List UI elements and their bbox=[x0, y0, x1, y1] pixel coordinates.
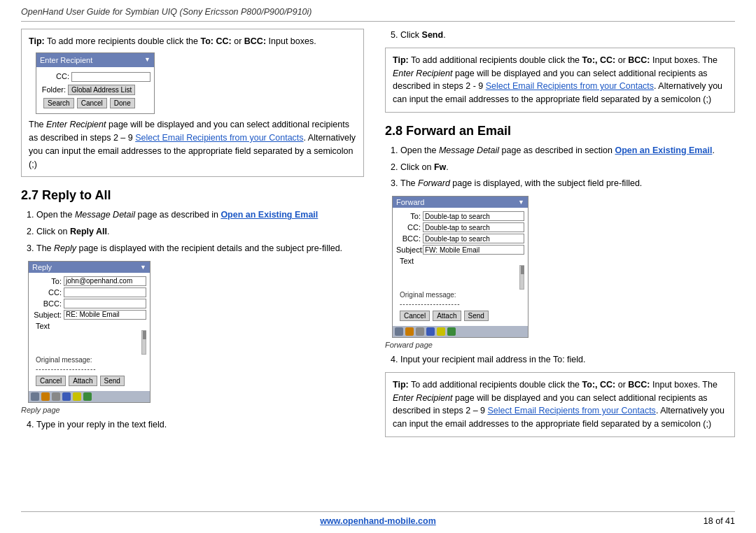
forward-bcc-input[interactable]: Double-tap to search bbox=[423, 234, 524, 243]
item1-mid: page as described in bbox=[138, 210, 221, 220]
dropdown-arrow-icon: ▼ bbox=[144, 55, 150, 65]
reply-cc-label: CC: bbox=[32, 288, 64, 297]
forward-text-label: Text bbox=[396, 256, 524, 265]
reply-caption: Reply page bbox=[21, 406, 364, 414]
left-tip-para1: Tip: To add more recipients double click… bbox=[29, 35, 356, 48]
reply-attach-button[interactable]: Attach bbox=[69, 376, 97, 386]
left-column: Tip: To add more recipients double click… bbox=[21, 29, 364, 444]
item1-pre: Open the bbox=[36, 210, 75, 220]
section-28-title: Forward an Email bbox=[406, 124, 511, 138]
reply-bcc-input[interactable] bbox=[64, 299, 146, 308]
tip-bold1: To: CC: bbox=[201, 36, 232, 46]
reply-text-area-container bbox=[32, 330, 146, 355]
right-column: Click Send. Tip: To add additional recip… bbox=[385, 29, 735, 444]
list-item-2: Click on Reply All. bbox=[36, 225, 364, 239]
select-email-link1[interactable]: Select Email Recipients from your Contac… bbox=[135, 133, 303, 143]
forward-scrollbar[interactable] bbox=[519, 265, 524, 290]
reply-dashes: -------------------- bbox=[32, 365, 146, 373]
reply-to-label: To: bbox=[32, 277, 64, 285]
reply-subject-label: Subject: bbox=[32, 311, 64, 319]
reply-cc-input[interactable] bbox=[64, 287, 146, 297]
taskbar-icon-4 bbox=[62, 392, 71, 401]
left-tip-para2: The Enter Recipient page will be display… bbox=[29, 118, 356, 171]
reply-dropdown-icon: ▼ bbox=[140, 264, 146, 271]
reply-subject-row: Subject: RE: Mobile Email bbox=[32, 310, 146, 320]
cc-label: CC: bbox=[40, 71, 71, 83]
forward-subject-input[interactable]: FW: Mobile Email bbox=[423, 245, 524, 255]
footer-page: 18 of 41 bbox=[704, 516, 735, 526]
reply-bcc-label: BCC: bbox=[32, 299, 64, 308]
forward-to-input[interactable]: Double-tap to search bbox=[423, 211, 524, 221]
reply-cancel-button[interactable]: Cancel bbox=[36, 376, 66, 386]
taskbar-icon-3 bbox=[52, 392, 60, 401]
forward-text-area-container bbox=[396, 265, 524, 290]
reply-cc-row: CC: bbox=[32, 287, 146, 297]
list-item-3: The Reply page is displayed with the rec… bbox=[36, 242, 364, 255]
forward-cc-row: CC: Double-tap to search bbox=[396, 222, 524, 232]
forward-cancel-button[interactable]: Cancel bbox=[400, 311, 430, 321]
footer-url[interactable]: www.openhand-mobile.com bbox=[320, 516, 436, 526]
forward-body: To: Double-tap to search CC: Double-tap … bbox=[393, 208, 528, 326]
tip-text: To add more recipients double click the bbox=[47, 36, 198, 46]
reply-subject-input[interactable]: RE: Mobile Email bbox=[64, 310, 146, 320]
taskbar-icon-2 bbox=[41, 392, 50, 401]
s28-item-1: Open the Message Detail page as describe… bbox=[400, 144, 735, 157]
list-item-1: Open the Message Detail page as describe… bbox=[36, 208, 364, 222]
forward-text-area[interactable] bbox=[396, 265, 524, 290]
reply-bcc-row: BCC: bbox=[32, 299, 146, 308]
italic1: Enter Recipient bbox=[46, 120, 106, 129]
open-existing-email-link2[interactable]: Open an Existing Email bbox=[615, 145, 712, 155]
folder-button[interactable]: Global Address List bbox=[68, 85, 135, 95]
section-27-list: Open the Message Detail page as describe… bbox=[21, 208, 364, 255]
reply-original-label: Original message: bbox=[32, 355, 146, 365]
reply-to-row: To: john@openhand.com bbox=[32, 276, 146, 286]
list-item-4: Type in your reply in the text field. bbox=[36, 418, 364, 432]
reply-scroll-thumb bbox=[143, 331, 146, 339]
forward-send-button[interactable]: Send bbox=[464, 311, 489, 321]
fwd-taskbar-icon-4 bbox=[426, 327, 435, 336]
section-28-list-2: Input your recipient mail address in the… bbox=[385, 353, 735, 367]
section-28-number: 2.8 bbox=[385, 124, 402, 138]
search-button[interactable]: Search bbox=[43, 98, 74, 108]
fwd-taskbar-icon-2 bbox=[405, 327, 414, 336]
forward-dropdown-icon: ▼ bbox=[518, 199, 524, 206]
reply-text-area[interactable] bbox=[32, 330, 146, 355]
item1-italic: Message Detail bbox=[75, 210, 135, 220]
reply-taskbar bbox=[29, 391, 150, 402]
forward-title: Forward bbox=[396, 198, 424, 206]
section-27-number: 2.7 bbox=[21, 188, 38, 202]
reply-send-button[interactable]: Send bbox=[100, 376, 125, 386]
header-title: OpenHand User Guide for Symbian UIQ (Son… bbox=[21, 7, 312, 17]
folder-row: Folder: Global Address List bbox=[40, 84, 150, 96]
left-tip-box: Tip: To add more recipients double click… bbox=[21, 29, 364, 177]
page-container: OpenHand User Guide for Symbian UIQ (Son… bbox=[0, 0, 756, 533]
forward-subject-row: Subject: FW: Mobile Email bbox=[396, 245, 524, 255]
fwd-taskbar-icon-6 bbox=[447, 327, 456, 336]
reply-screenshot: Reply ▼ To: john@openhand.com CC: BCC: bbox=[28, 261, 150, 403]
s28-item-2: Click on Fw. bbox=[400, 161, 735, 174]
reply-to-input[interactable]: john@openhand.com bbox=[64, 276, 146, 286]
section-27-list-2: Type in your reply in the text field. bbox=[21, 418, 364, 432]
forward-attach-button[interactable]: Attach bbox=[433, 311, 461, 321]
forward-cc-input[interactable]: Double-tap to search bbox=[423, 222, 524, 232]
s28-item-4: Input your recipient mail address in the… bbox=[400, 353, 735, 367]
reply-scrollbar[interactable] bbox=[141, 330, 146, 355]
select-email-link3[interactable]: Select Email Recipients from your Contac… bbox=[488, 406, 656, 415]
section-28-heading: 2.8 Forward an Email bbox=[385, 124, 735, 138]
open-existing-email-link1[interactable]: Open an Existing Email bbox=[220, 210, 318, 220]
section-27-title: Reply to All bbox=[42, 188, 111, 202]
cc-input[interactable] bbox=[71, 72, 150, 82]
reply-title-bar: Reply ▼ bbox=[29, 262, 150, 273]
tip-label: Tip: bbox=[29, 36, 45, 46]
forward-bcc-label: BCC: bbox=[396, 234, 423, 243]
tip-rest: Input boxes. bbox=[269, 36, 316, 46]
folder-label: Folder: bbox=[40, 84, 68, 96]
select-email-link2[interactable]: Select Email Recipients from your Contac… bbox=[486, 81, 654, 91]
cancel-button[interactable]: Cancel bbox=[77, 98, 107, 108]
cc-row: CC: bbox=[40, 71, 150, 83]
done-button[interactable]: Done bbox=[110, 98, 135, 108]
forward-cc-label: CC: bbox=[396, 223, 423, 232]
fwd-taskbar-icon-1 bbox=[395, 327, 403, 336]
forward-caption: Forward page bbox=[385, 341, 735, 349]
forward-btn-row: Cancel Attach Send bbox=[400, 311, 521, 321]
